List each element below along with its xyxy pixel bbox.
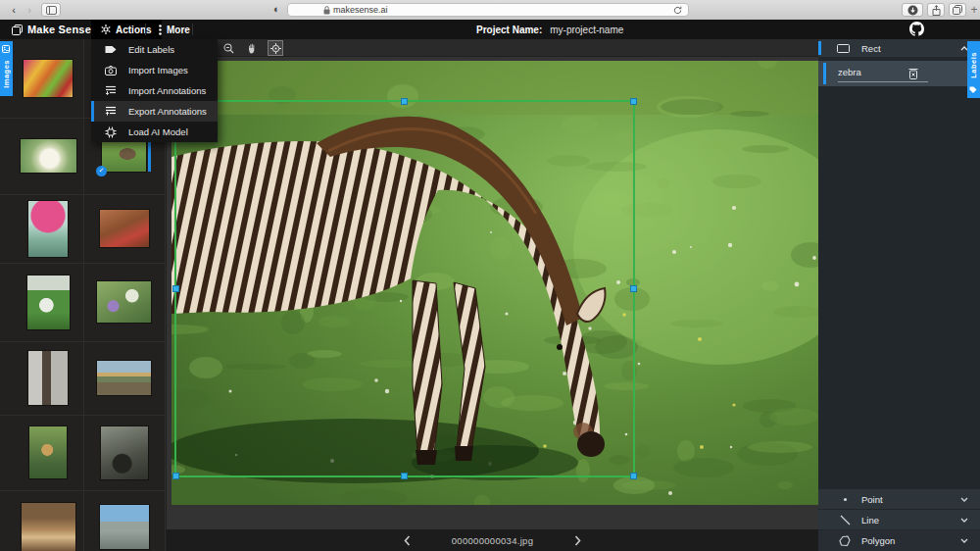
bbox-handle-mid-right[interactable] [630, 285, 637, 292]
menu-item-edit-labels[interactable]: Edit Labels [91, 39, 218, 60]
tab-images-label: Images [2, 60, 11, 88]
editor-toolbar [167, 39, 818, 57]
menu-item-load-ai-model[interactable]: Load AI Model [91, 122, 218, 142]
actions-label: Actions [116, 25, 152, 35]
camera-icon [104, 64, 117, 76]
bbox-handle-bottom-left[interactable] [172, 473, 179, 479]
rect-icon [836, 44, 850, 53]
current-image-filename: 000000000034.jpg [452, 535, 534, 546]
privacy-icon[interactable]: ◐ [273, 3, 280, 15]
point-section-label: Point [861, 494, 883, 505]
point-section-header[interactable]: Point [818, 489, 980, 509]
github-icon[interactable] [909, 22, 924, 40]
bbox-handle-top-center[interactable] [401, 98, 408, 105]
actions-dropdown-menu: Edit Labels Import Images Import Annotat… [91, 39, 218, 142]
menu-item-import-annotations[interactable]: Import Annotations [91, 80, 218, 101]
selected-indicator-bar [148, 141, 151, 172]
thumbnail-street-clock[interactable] [13, 341, 83, 415]
image-navigation-bar: 000000000034.jpg [167, 529, 818, 551]
polygon-section-label: Polygon [861, 535, 895, 546]
project-name-label: Project Name: [476, 25, 542, 35]
more-label: More [167, 25, 190, 35]
annotated-check-badge: ✓ [96, 166, 107, 176]
tabs-icon[interactable] [949, 3, 966, 17]
rect-section-header[interactable]: Rect [818, 39, 980, 57]
new-tab-icon[interactable]: + [968, 3, 980, 17]
crosshair-icon[interactable] [268, 40, 283, 56]
pan-hand-icon[interactable] [244, 40, 260, 56]
menu-item-label: Export Annotations [128, 106, 207, 117]
next-image-button[interactable] [574, 535, 581, 546]
line-section-label: Line [861, 515, 879, 526]
share-icon[interactable] [927, 3, 945, 17]
polygon-icon [838, 535, 852, 547]
menu-item-label: Load AI Model [128, 126, 188, 137]
labels-panel: Rect zebra Point Line Polygon [818, 39, 980, 551]
gear-icon [101, 25, 111, 34]
image-icon [2, 45, 10, 53]
divider [145, 24, 146, 35]
project-name-value[interactable]: my-project-name [550, 25, 623, 35]
chevron-down-icon[interactable] [960, 518, 968, 523]
editor-area: 000000000034.jpg [167, 39, 818, 551]
import-annotations-icon [104, 84, 117, 97]
sidebar-toggle-icon[interactable] [41, 3, 61, 17]
annotation-row-zebra[interactable]: zebra [818, 61, 980, 86]
bounding-box-zebra[interactable] [174, 100, 635, 477]
menu-item-import-images[interactable]: Import Images [91, 60, 218, 80]
browser-toolbar: ‹ › ◐ makesense.ai + [0, 0, 980, 20]
bbox-handle-bottom-right[interactable] [630, 473, 637, 479]
thumbnail-horse-on-lawn[interactable] [13, 263, 83, 341]
menu-item-export-annotations[interactable]: Export Annotations [91, 101, 218, 122]
chevron-down-icon[interactable] [960, 538, 968, 543]
make-sense-logo[interactable]: Make Sense [12, 20, 91, 39]
thumbnail-garden-flowers[interactable] [83, 263, 165, 341]
divider [192, 24, 193, 35]
tab-images[interactable]: Images [0, 41, 13, 96]
chevron-down-icon[interactable] [960, 497, 968, 502]
thumbnail-skatepark[interactable] [83, 490, 165, 551]
thumbnail-white-bird-statue[interactable] [13, 118, 83, 194]
thumbnail-giraffes[interactable] [13, 415, 83, 490]
line-icon [838, 515, 852, 526]
thumbnail-woman-pink-umbrella[interactable] [13, 194, 83, 263]
thumbnail-bicycle[interactable] [83, 415, 165, 490]
zoom-icon[interactable] [220, 40, 236, 56]
thumbnail-dog-on-street[interactable] [13, 490, 83, 551]
line-section-header[interactable]: Line [818, 510, 980, 529]
menu-item-label: Edit Labels [128, 44, 174, 55]
lock-icon [323, 6, 330, 15]
polygon-section-header[interactable]: Polygon [818, 530, 980, 551]
tab-labels-label: Labels [969, 52, 978, 78]
app-header: Make Sense Actions More Project Name: my… [0, 20, 980, 39]
thumbnail-lunch-tray[interactable] [13, 39, 83, 118]
menu-item-label: Import Annotations [128, 85, 206, 96]
menu-item-label: Import Images [128, 65, 188, 75]
tab-labels[interactable]: Labels [967, 41, 980, 98]
thumbnail-dog-in-basket[interactable] [83, 194, 165, 263]
bbox-handle-bottom-center[interactable] [401, 473, 408, 479]
selected-annotation-bar [823, 63, 826, 84]
ellipsis-icon [159, 25, 162, 35]
bbox-handle-top-right[interactable] [630, 98, 637, 105]
url-text: makesense.ai [333, 5, 388, 15]
active-section-bar [818, 41, 821, 55]
tag-icon [104, 43, 117, 56]
browser-forward-icon[interactable]: › [24, 3, 35, 17]
tag-icon [969, 86, 977, 94]
browser-back-icon[interactable]: ‹ [8, 3, 20, 17]
makesense-app-window: ‹ › ◐ makesense.ai + Make Sense [0, 0, 980, 551]
bbox-handle-mid-left[interactable] [172, 285, 179, 292]
refresh-icon[interactable] [673, 6, 682, 15]
address-bar[interactable]: makesense.ai [287, 3, 689, 17]
trash-icon[interactable] [908, 68, 918, 81]
rect-section-label: Rect [861, 43, 881, 54]
prev-image-button[interactable] [404, 535, 411, 546]
downloads-icon[interactable] [902, 3, 923, 17]
point-icon [838, 497, 852, 502]
ai-model-icon [104, 125, 117, 138]
layers-icon [12, 25, 23, 35]
annotation-canvas[interactable] [172, 61, 818, 505]
thumbnail-train-tracks[interactable] [83, 341, 165, 415]
export-annotations-icon [104, 105, 117, 118]
